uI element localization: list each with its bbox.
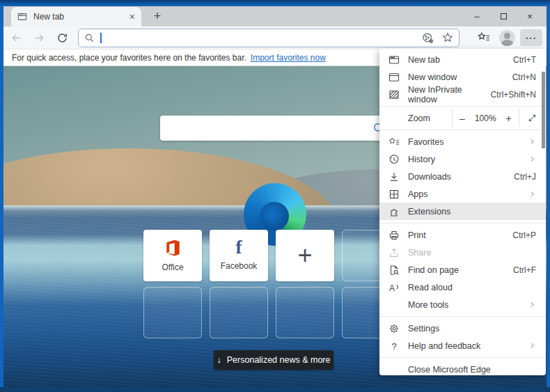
- settings-dropdown-menu: New tab Ctrl+T New window Ctrl+N New InP…: [379, 49, 546, 375]
- menu-item-label: Find on page: [408, 265, 459, 275]
- menu-item-label: Extensions: [408, 207, 450, 217]
- office-logo-icon: [164, 239, 182, 257]
- close-button[interactable]: ×: [517, 6, 543, 26]
- navigation-toolbar: ···: [3, 26, 547, 49]
- menu-item-new-window[interactable]: New window Ctrl+N: [379, 68, 546, 86]
- menu-scrollbar-thumb[interactable]: [542, 72, 545, 148]
- menu-item-label: Apps: [408, 189, 428, 199]
- add-site-tile[interactable]: +: [276, 230, 334, 281]
- chevron-right-icon: [528, 155, 536, 163]
- add-site-plus-icon: +: [297, 246, 312, 266]
- zoom-label: Zoom: [408, 113, 452, 123]
- tile-label: Office: [162, 262, 183, 272]
- menu-item-label: Share: [408, 248, 431, 258]
- menu-separator: [379, 106, 546, 107]
- menu-item-label: History: [408, 155, 435, 164]
- menu-item-downloads[interactable]: Downloads Ctrl+J: [379, 168, 546, 185]
- menu-item-label: Print: [408, 230, 426, 240]
- zoom-in-button[interactable]: +: [499, 113, 519, 124]
- menu-item-favorites[interactable]: Favorites: [379, 133, 546, 150]
- menu-item-shortcut: Ctrl+T: [513, 55, 536, 65]
- menu-separator: [379, 130, 546, 130]
- new-window-icon: [388, 72, 400, 83]
- menu-item-shortcut: Ctrl+J: [514, 172, 536, 182]
- menu-item-more-tools[interactable]: More tools: [379, 296, 546, 313]
- menu-item-label: New tab: [408, 55, 440, 65]
- menu-item-label: Downloads: [408, 172, 451, 182]
- site-permissions-cookie-icon[interactable]: [422, 32, 434, 44]
- settings-menu-button[interactable]: ···: [520, 29, 542, 46]
- tab-title: New tab: [33, 12, 129, 22]
- tab-close-icon[interactable]: ×: [129, 12, 135, 22]
- menu-item-read-aloud[interactable]: A Read aloud: [379, 279, 546, 296]
- back-button[interactable]: [6, 28, 26, 47]
- tile-facebook[interactable]: f Facebook: [210, 230, 268, 281]
- import-favorites-link[interactable]: Import favorites now: [251, 53, 326, 63]
- active-tab[interactable]: New tab ×: [11, 7, 141, 26]
- empty-tile-slot: [143, 287, 202, 338]
- menu-item-label: New window: [408, 72, 457, 82]
- svg-text:A: A: [389, 283, 395, 292]
- maximize-button[interactable]: [490, 6, 517, 26]
- downloads-icon: [388, 171, 400, 182]
- menu-item-apps[interactable]: Apps: [379, 185, 546, 203]
- extensions-puzzle-icon: [388, 206, 400, 217]
- maximize-icon: [501, 13, 507, 19]
- refresh-button[interactable]: [52, 28, 72, 47]
- menu-item-new-tab[interactable]: New tab Ctrl+T: [379, 51, 546, 68]
- settings-gear-icon: [388, 323, 400, 334]
- menu-item-settings[interactable]: Settings: [379, 320, 546, 337]
- empty-tile-slot: [210, 287, 268, 338]
- menu-separator: [379, 316, 546, 317]
- zoom-out-button[interactable]: –: [453, 113, 472, 124]
- share-icon: [388, 247, 400, 258]
- tab-favicon-icon: [17, 12, 27, 22]
- menu-item-find-on-page[interactable]: Find on page Ctrl+F: [379, 261, 546, 279]
- menu-item-label: Close Microsoft Edge: [408, 365, 491, 375]
- profile-avatar[interactable]: [499, 30, 515, 46]
- inprivate-icon: [388, 89, 400, 100]
- empty-tile-slot: [276, 287, 334, 338]
- add-favorite-star-icon[interactable]: [442, 32, 453, 43]
- minimize-button[interactable]: –: [464, 6, 490, 26]
- menu-item-label: New InPrivate window: [408, 85, 491, 104]
- svg-text:?: ?: [392, 340, 397, 351]
- toolbar-right-group: ···: [471, 28, 542, 47]
- menu-separator: [379, 223, 546, 224]
- apps-icon: [388, 189, 400, 200]
- menu-item-label: Settings: [408, 324, 439, 334]
- tile-label: Facebook: [221, 261, 258, 271]
- titlebar: [0, 0, 550, 6]
- chevron-right-icon: [528, 190, 536, 198]
- chevron-right-icon: [528, 301, 536, 308]
- news-button-label: Personalized news & more: [227, 355, 331, 365]
- menu-item-shortcut: Ctrl+N: [512, 72, 536, 82]
- zoom-level-value: 100%: [472, 113, 498, 123]
- forward-button[interactable]: [29, 28, 49, 47]
- menu-item-shortcut: Ctrl+P: [512, 230, 536, 240]
- menu-item-shortcut: Ctrl+Shift+N: [491, 90, 536, 100]
- menu-item-label: Help and feedback: [408, 341, 480, 351]
- menu-item-history[interactable]: History: [379, 150, 546, 168]
- menu-item-print[interactable]: Print Ctrl+P: [379, 226, 546, 244]
- menu-item-new-inprivate-window[interactable]: New InPrivate window Ctrl+Shift+N: [379, 86, 546, 103]
- menu-item-close-microsoft-edge[interactable]: Close Microsoft Edge: [379, 361, 546, 378]
- chevron-right-icon: [528, 138, 536, 146]
- menu-item-shortcut: Ctrl+F: [513, 265, 536, 275]
- menu-item-help-and-feedback[interactable]: ? Help and feedback: [379, 337, 546, 354]
- browser-window: New tab × + – ×: [0, 0, 550, 392]
- address-bar[interactable]: [78, 29, 459, 47]
- favorites-bar-message: For quick access, place your favorites h…: [12, 53, 246, 63]
- chevron-right-icon: [528, 342, 536, 350]
- new-tab-button[interactable]: +: [147, 6, 168, 26]
- favorites-icon: [388, 136, 400, 148]
- facebook-logo-icon: f: [236, 240, 242, 256]
- menu-item-label: Read aloud: [408, 283, 453, 292]
- tile-office[interactable]: Office: [143, 230, 202, 281]
- page-search-box[interactable]: [160, 116, 395, 141]
- menu-item-extensions[interactable]: Extensions: [379, 203, 546, 220]
- favorites-toolbar-icon[interactable]: [473, 28, 494, 47]
- menu-item-share: Share: [379, 244, 546, 261]
- personalized-news-button[interactable]: ↓ Personalized news & more: [214, 350, 333, 370]
- read-aloud-icon: A: [388, 282, 400, 293]
